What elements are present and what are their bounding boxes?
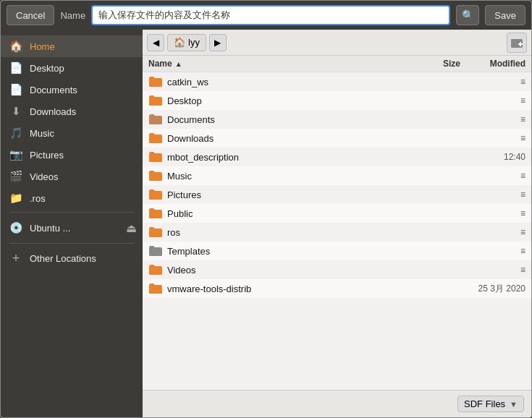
table-row[interactable]: Music≡ (143, 166, 531, 185)
column-size-header[interactable]: Size (410, 59, 460, 69)
ros-icon: 📁 (9, 192, 22, 205)
file-name-label: Videos (167, 265, 410, 276)
file-pane: ◀ 🏠 lyy ▶ (143, 30, 531, 417)
table-row[interactable]: Documents≡ (143, 110, 531, 129)
table-row[interactable]: Pictures≡ (143, 185, 531, 204)
breadcrumb[interactable]: 🏠 lyy (167, 34, 206, 51)
file-list-header: Name ▲ Size Modified (143, 56, 531, 72)
home-breadcrumb-icon: 🏠 (174, 37, 185, 48)
cancel-button[interactable]: Cancel (7, 5, 54, 25)
sidebar-label-ros: .ros (30, 193, 46, 204)
sidebar-label-ubuntu: Ubuntu ... (30, 223, 123, 234)
sidebar-item-pictures[interactable]: 📷 Pictures (1, 144, 143, 166)
svg-rect-4 (149, 80, 162, 87)
sidebar-item-home[interactable]: 🏠 Home (1, 35, 143, 57)
file-type-label: SDF Files (464, 398, 505, 409)
file-modified-label: ≡ (460, 265, 525, 275)
back-button[interactable]: ◀ (147, 34, 164, 51)
file-name-label: Pictures (167, 189, 410, 200)
column-modified-header[interactable]: Modified (460, 59, 525, 69)
forward-button[interactable]: ▶ (209, 34, 227, 51)
sidebar-item-ros[interactable]: 📁 .ros (1, 187, 143, 209)
svg-rect-3 (518, 43, 523, 45)
file-name-label: Documents (167, 114, 410, 125)
sidebar-item-documents[interactable]: 📄 Documents (1, 79, 143, 101)
file-modified-label: ≡ (460, 171, 525, 181)
file-modified-label: ≡ (460, 114, 525, 124)
file-list-container: Name ▲ Size Modified catkin_ws≡ Desktop≡… (143, 56, 531, 390)
file-folder-icon (148, 281, 163, 296)
file-name-label: Desktop (167, 95, 410, 106)
file-modified-label: 25 3月 2020 (460, 283, 525, 295)
svg-rect-10 (149, 192, 162, 200)
sidebar-item-music[interactable]: 🎵 Music (1, 122, 143, 144)
name-label: Name (60, 10, 85, 21)
file-list: catkin_ws≡ Desktop≡ Documents≡ Downloads… (143, 72, 531, 298)
sidebar-divider (9, 212, 134, 213)
sidebar-item-videos[interactable]: 🎬 Videos (1, 166, 143, 187)
save-button[interactable]: Save (485, 5, 525, 25)
svg-rect-1 (511, 39, 516, 41)
file-modified-label: ≡ (460, 95, 525, 106)
sidebar-item-other-locations[interactable]: + Other Locations (1, 247, 143, 270)
sidebar-label-desktop: Desktop (30, 63, 64, 74)
file-modified-label: ≡ (460, 133, 525, 143)
file-modified-label: ≡ (460, 246, 525, 256)
videos-icon: 🎬 (9, 170, 22, 183)
svg-rect-13 (149, 249, 162, 256)
svg-rect-12 (149, 230, 162, 237)
sidebar-label-pictures: Pictures (30, 150, 64, 161)
table-row[interactable]: Videos≡ (143, 260, 531, 279)
svg-rect-11 (149, 211, 162, 218)
table-row[interactable]: Downloads≡ (143, 129, 531, 148)
sidebar-label-documents: Documents (30, 85, 77, 95)
file-modified-label: ≡ (460, 208, 525, 218)
sidebar-label-videos: Videos (30, 171, 59, 182)
pictures-icon: 📷 (9, 148, 22, 161)
sidebar-item-desktop[interactable]: 📄 Desktop (1, 57, 143, 79)
main-content: 🏠 Home 📄 Desktop 📄 Documents ⬇ Downloads… (1, 30, 531, 417)
svg-rect-5 (149, 98, 162, 106)
table-row[interactable]: catkin_ws≡ (143, 72, 531, 91)
table-row[interactable]: Templates≡ (143, 242, 531, 260)
sidebar-label-other-locations: Other Locations (30, 253, 96, 264)
breadcrumb-current: lyy (188, 37, 200, 48)
file-name-label: Templates (167, 246, 410, 257)
file-save-dialog: Cancel Name 🔍 Save 🏠 Home 📄 Desktop 📄 Do… (0, 0, 532, 418)
sidebar-item-downloads[interactable]: ⬇ Downloads (1, 101, 143, 122)
file-folder-icon (148, 225, 163, 239)
table-row[interactable]: ros≡ (143, 223, 531, 242)
documents-icon: 📄 (9, 83, 22, 96)
table-row[interactable]: Public≡ (143, 204, 531, 223)
filename-input[interactable] (91, 5, 450, 25)
sort-arrow-icon: ▲ (175, 60, 182, 68)
table-row[interactable]: Desktop≡ (143, 91, 531, 110)
sidebar-divider-2 (9, 243, 134, 244)
header-bar: Cancel Name 🔍 Save (1, 1, 531, 30)
svg-rect-14 (149, 268, 162, 275)
new-folder-button[interactable] (507, 33, 527, 53)
file-type-dropdown[interactable]: SDF Files ▼ (457, 396, 524, 412)
file-name-label: vmware-tools-distrib (167, 283, 410, 294)
file-folder-icon (148, 187, 163, 202)
file-toolbar: ◀ 🏠 lyy ▶ (143, 30, 531, 56)
sidebar-label-music: Music (30, 128, 54, 139)
file-modified-label: ≡ (460, 77, 525, 87)
file-folder-icon (148, 112, 163, 127)
search-button[interactable]: 🔍 (456, 5, 479, 25)
column-name-header[interactable]: Name ▲ (148, 59, 410, 69)
file-folder-icon (148, 206, 163, 221)
table-row[interactable]: vmware-tools-distrib25 3月 2020 (143, 279, 531, 298)
footer: SDF Files ▼ (143, 390, 531, 417)
file-folder-icon (148, 93, 163, 108)
file-name-label: Music (167, 171, 410, 182)
table-row[interactable]: mbot_description12:40 (143, 148, 531, 166)
eject-button[interactable]: ⏏ (123, 220, 140, 236)
home-icon: 🏠 (9, 40, 22, 53)
file-folder-icon (148, 74, 163, 89)
sidebar: 🏠 Home 📄 Desktop 📄 Documents ⬇ Downloads… (1, 30, 143, 417)
file-modified-label: ≡ (460, 189, 525, 200)
sidebar-label-home: Home (30, 41, 55, 52)
sidebar-item-ubuntu[interactable]: 💿 Ubuntu ... ⏏ (1, 216, 143, 240)
file-folder-icon (148, 244, 163, 258)
